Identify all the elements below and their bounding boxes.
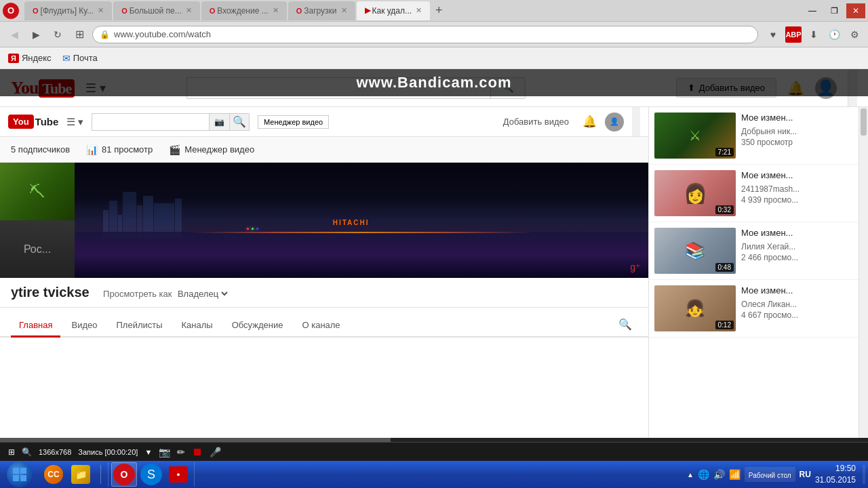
tab-5-close[interactable]: ✕ [416,6,422,15]
close-button[interactable]: ✕ [846,3,865,18]
minimize-button[interactable]: — [803,3,822,18]
gplus-icon: g⁺ [630,262,640,272]
channel-banner: ⛏ Рос... [0,163,648,278]
tab-videos[interactable]: Видео [63,314,105,338]
neon-blue [256,228,258,230]
channel-search-icon[interactable]: 🔍 [613,312,637,336]
inner-camera-button[interactable]: 📷 [209,113,229,131]
recording-controls-bar: ⊞ 🔍 1366x768 Запись [00:00:20] ▼ 📷 ✏ ⏹ 🎤 [0,442,868,461]
bookmark-mail[interactable]: ✉ Почта [62,53,98,64]
subscribers-value: 5 подписчиков [11,144,70,155]
taskbar-desktop-label[interactable]: Рабочий стол [745,467,795,482]
search-button[interactable]: 🔍 [490,77,526,99]
tab-1[interactable]: O [Флудить] Ку... ✕ [24,1,112,20]
tab-5-favicon: ▶ [365,6,370,15]
show-desktop-button[interactable]: ▲ [687,471,694,479]
scrollbar-thumb[interactable] [861,108,867,136]
opera-logo[interactable]: O [3,3,19,19]
sidebar-item-2[interactable]: 👩 0:32 Мое измен... 2411987mash... 4 939… [649,165,859,222]
tab-3-close[interactable]: ✕ [273,6,279,15]
tab-4-close[interactable]: ✕ [341,6,347,15]
record-label: Запись [00:00:20] [78,448,138,456]
restore-button[interactable]: ❐ [825,3,844,18]
record-dropdown-icon[interactable]: ▼ [144,448,152,456]
manager-label: Менеджер видео [184,144,254,155]
turbo-icon[interactable]: 🕐 [826,26,842,43]
recording-status-bar [0,438,868,442]
inner-search-input[interactable] [92,113,209,131]
search-input[interactable] [186,77,490,99]
stop-record-icon[interactable]: ⏹ [192,446,203,458]
tab-discussion[interactable]: Обсуждение [224,314,292,338]
tab-home[interactable]: Главная [11,314,60,338]
tab-2[interactable]: O Большой пе... ✕ [113,1,200,20]
tab-4-favicon: O [296,7,302,15]
tab-3-favicon: O [210,7,216,15]
taskbar-app-explorer[interactable]: 📁 [68,462,94,487]
view-as-select[interactable]: Владелец [175,288,230,300]
manager-stat[interactable]: 🎬 Менеджер видео [169,144,254,155]
taskbar-skype[interactable]: S [138,462,164,487]
inner-user-avatar[interactable]: 👤 [605,113,624,131]
bookmark-yandex[interactable]: Я Яндекс [8,53,52,63]
notifications-bell[interactable]: 🔔 [787,80,804,96]
inner-hamburger-button[interactable]: ☰ ▾ [66,116,83,128]
page-scrollbar[interactable] [848,69,857,106]
settings-icon[interactable]: ⚙ [846,26,863,43]
sidebar-item-1[interactable]: ⚔ 7:21 Мое измен... Добрыня ник... 350 п… [649,107,859,165]
banner-background: ⛏ Рос... [0,163,648,278]
youtube-header: YouTube ☰ ▾ 🔍 ⬆ Добавить видео 🔔 👤 [0,69,868,107]
language-indicator[interactable]: RU [800,470,811,479]
taskbar-app-ccleaner[interactable]: CC [41,462,66,487]
tab-4[interactable]: O Загрузки ✕ [288,1,355,20]
inner-upload-button[interactable]: Менеджер видео [258,115,329,129]
mic-icon[interactable]: 🎤 [210,447,221,458]
taskbar-network-icon[interactable]: 🌐 [698,469,709,480]
hamburger-menu-button[interactable]: ☰ ▾ [85,81,106,96]
start-button[interactable] [3,462,37,487]
tab-about[interactable]: О канале [294,314,348,338]
tab-channels[interactable]: Каналы [174,314,221,338]
tab-5[interactable]: ▶ Как удал... ✕ [357,1,431,20]
main-scrollbar[interactable] [859,107,868,438]
tab-2-close[interactable]: ✕ [186,6,192,15]
sidebar-item-3[interactable]: 📚 0:48 Мое измен... Лилия Хегай... 2 466… [649,222,859,280]
taskbar-separator [100,465,101,484]
taskbar-right: ▲ 🌐 🔊 📶 Рабочий стол RU 19:50 31.05.2015 [687,463,865,486]
sidebar-item-4[interactable]: 👧 0:12 Мое измен... Олеся Ликан... 4 667… [649,280,859,338]
adblocker-icon[interactable]: ABP [785,26,802,43]
camera-icon[interactable]: 📷 [159,447,170,458]
tab-1-close[interactable]: ✕ [98,6,104,15]
refresh-button[interactable]: ↻ [49,26,66,43]
tab-4-label: Загрузки [304,6,336,16]
download-icon[interactable]: ⬇ [806,26,822,43]
clash-thumbnail: ⚔ [689,127,701,144]
shelf-icon: 📚 [685,241,705,260]
bookmark-heart-icon[interactable]: ♥ [765,26,781,43]
search-bar: 🔍 [186,77,526,99]
tab-3[interactable]: O Вхождение ... ✕ [201,1,287,20]
inner-upload-label[interactable]: Добавить видео [503,117,569,127]
add-tab-button[interactable]: + [435,3,443,18]
upload-icon: ⬆ [688,83,695,93]
taskbar-signal-icon[interactable]: 📶 [729,469,741,480]
inner-search-button[interactable]: 🔍 [229,113,250,131]
taskbar-opera[interactable]: O [111,462,137,487]
sidebar-channel-2: 2411987mash... [741,184,853,194]
duration-badge-3: 0:48 [715,263,734,272]
back-button[interactable]: ◀ [5,26,23,43]
show-desktop-strip[interactable] [863,465,865,484]
user-avatar[interactable]: 👤 [815,77,837,99]
pencil-icon[interactable]: ✏ [177,447,185,458]
sidebar-thumb-3: 📚 0:48 [654,228,736,274]
taskbar-volume-icon[interactable]: 🔊 [713,469,725,480]
address-bar[interactable]: 🔒 www.youtube.com/watch [92,26,758,43]
speed-dial-button[interactable]: ⊞ [71,26,88,43]
sidebar-info-3: Мое измен... Лилия Хегай... 2 466 просмо… [741,228,853,274]
tab-playlists[interactable]: Плейлисты [108,314,170,338]
taskbar-bandicam[interactable]: ● [165,462,191,487]
inner-scrollbar[interactable] [632,107,640,136]
upload-video-button[interactable]: ⬆ Добавить видео [676,78,776,98]
inner-notifications-bell[interactable]: 🔔 [583,115,597,129]
forward-button[interactable]: ▶ [27,26,45,43]
